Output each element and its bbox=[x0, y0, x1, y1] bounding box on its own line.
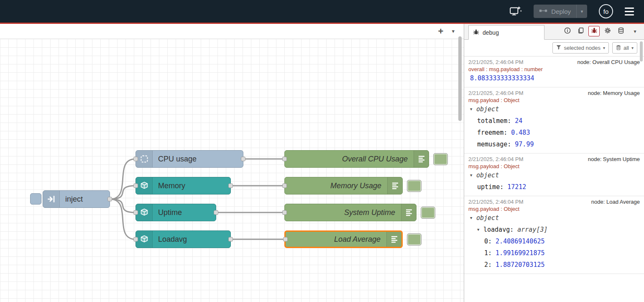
deploy-icon bbox=[539, 8, 547, 15]
node-label: Memory Usage bbox=[285, 182, 387, 190]
debug-enable-toggle[interactable] bbox=[407, 180, 422, 192]
user-avatar[interactable]: fo bbox=[599, 4, 613, 18]
message-source: node: Memory Usage bbox=[588, 90, 640, 96]
node-memory-usage[interactable]: Memory Usage bbox=[284, 177, 403, 195]
message-property-path: msg.payload : Object bbox=[468, 206, 640, 212]
node-system-uptime[interactable]: System Uptime bbox=[284, 204, 417, 221]
output-port[interactable] bbox=[228, 184, 233, 188]
type-hint: object bbox=[476, 212, 499, 224]
expand-caret-icon[interactable]: ▼ bbox=[470, 212, 476, 224]
message-value: 2.40869140625 bbox=[496, 235, 544, 247]
input-port[interactable] bbox=[133, 184, 138, 188]
header: Deploy ▾ fo bbox=[0, 0, 644, 23]
input-port[interactable] bbox=[282, 210, 287, 215]
message-header: 2/21/2025, 2:46:04 PMnode: Overall CPU U… bbox=[468, 59, 640, 65]
database-icon bbox=[618, 27, 624, 35]
debug-message: 2/21/2025, 2:46:04 PMnode: System Uptime… bbox=[464, 154, 644, 196]
trash-icon bbox=[616, 45, 621, 51]
flow-list-chevron-icon[interactable]: ▾ bbox=[451, 28, 455, 35]
clear-label: all bbox=[624, 45, 629, 51]
cpu-chip-icon bbox=[136, 151, 153, 167]
input-port[interactable] bbox=[133, 237, 138, 242]
debug-list-icon bbox=[387, 177, 402, 194]
message-source: node: Overall CPU Usage bbox=[577, 59, 640, 65]
debug-message: 2/21/2025, 2:46:04 PMnode: Memory Usagem… bbox=[464, 87, 644, 154]
deploy-button[interactable]: Deploy bbox=[534, 5, 576, 18]
deploy-options-button[interactable]: ▾ bbox=[576, 5, 587, 18]
tab-debug[interactable]: debug bbox=[468, 25, 544, 40]
info-icon bbox=[564, 27, 571, 35]
node-memory[interactable]: Memory bbox=[135, 177, 231, 195]
debug-toolbar: selected nodes ▾ all ▾ bbox=[464, 40, 644, 56]
context-data-tab-button[interactable] bbox=[615, 26, 626, 36]
node-overall-cpu-usage[interactable]: Overall CPU Usage bbox=[284, 150, 429, 168]
type-hint: object bbox=[476, 169, 499, 181]
message-timestamp: 2/21/2025, 2:46:04 PM bbox=[468, 90, 524, 96]
input-port[interactable] bbox=[282, 157, 287, 161]
node-cpu-usage[interactable]: CPU usage bbox=[135, 150, 243, 168]
object-key: uptime: bbox=[477, 181, 507, 193]
object-key: loadavg: bbox=[483, 224, 517, 235]
message-value: 17212 bbox=[507, 181, 526, 193]
node-inject[interactable]: inject bbox=[43, 190, 110, 208]
debug-enable-toggle[interactable] bbox=[407, 233, 422, 246]
output-port[interactable] bbox=[107, 197, 112, 202]
node-loadavg[interactable]: Loadavg bbox=[135, 230, 231, 248]
type-hint: object bbox=[476, 103, 499, 115]
config-tab-button[interactable] bbox=[602, 26, 613, 36]
input-port[interactable] bbox=[283, 237, 288, 242]
type-hint: array[3] bbox=[517, 224, 547, 235]
message-line: totalmem: 24 bbox=[468, 115, 640, 127]
inject-run-button[interactable] bbox=[30, 193, 41, 205]
inject-icon bbox=[43, 191, 60, 207]
help-tab-button[interactable] bbox=[575, 26, 586, 36]
node-label: CPU usage bbox=[153, 155, 197, 164]
node-label: Uptime bbox=[153, 208, 182, 217]
message-line: 0: 2.40869140625 bbox=[468, 235, 640, 247]
output-port[interactable] bbox=[214, 210, 218, 215]
expand-caret-icon[interactable]: ▼ bbox=[477, 224, 483, 235]
output-port[interactable] bbox=[241, 157, 245, 161]
node-label: Load Average bbox=[286, 235, 386, 244]
message-timestamp: 2/21/2025, 2:46:04 PM bbox=[468, 199, 524, 205]
debug-enable-toggle[interactable] bbox=[421, 207, 435, 219]
message-source: node: System Uptime bbox=[588, 156, 640, 162]
message-value: 24 bbox=[515, 115, 522, 127]
node-load-average[interactable]: Load Average bbox=[284, 230, 403, 248]
gear-icon bbox=[604, 27, 611, 35]
debug-tab-button[interactable] bbox=[588, 26, 600, 36]
message-line: 2: 1.88720703125 bbox=[468, 259, 640, 271]
input-port[interactable] bbox=[282, 184, 287, 188]
message-source: node: Load Average bbox=[591, 199, 640, 205]
assistant-icon bbox=[509, 5, 522, 18]
add-flow-button[interactable]: + bbox=[437, 26, 445, 37]
chevron-down-icon: ▾ bbox=[631, 46, 634, 50]
message-value: 0.483 bbox=[511, 127, 530, 138]
canvas-vertical-scrollbar[interactable] bbox=[458, 36, 462, 121]
deploy-label: Deploy bbox=[551, 8, 571, 15]
filter-nodes-button[interactable]: selected nodes ▾ bbox=[552, 42, 608, 54]
message-line: uptime: 17212 bbox=[468, 181, 640, 193]
message-property-path: msg.payload : Object bbox=[468, 97, 640, 103]
debug-enable-toggle[interactable] bbox=[433, 153, 448, 165]
sidebar-tab-bar: debug bbox=[464, 24, 644, 40]
debug-message-list: 2/21/2025, 2:46:04 PMnode: Overall CPU U… bbox=[464, 56, 644, 302]
node-uptime[interactable]: Uptime bbox=[135, 204, 216, 221]
flow-canvas[interactable]: + ▾ bbox=[0, 24, 464, 302]
sidebar-scrollbar[interactable] bbox=[640, 41, 643, 61]
chevron-down-icon: ▾ bbox=[634, 28, 636, 34]
input-port[interactable] bbox=[133, 157, 138, 161]
expand-caret-icon[interactable]: ▼ bbox=[470, 103, 476, 115]
input-port[interactable] bbox=[133, 210, 138, 215]
assistant-button[interactable] bbox=[509, 5, 522, 18]
docs-icon bbox=[578, 27, 584, 35]
sidebar-menu-button[interactable]: ▾ bbox=[629, 26, 640, 36]
object-key: 0: bbox=[484, 235, 496, 247]
main-menu-button[interactable] bbox=[625, 8, 634, 15]
clear-messages-button[interactable]: all ▾ bbox=[612, 42, 637, 54]
info-tab-button[interactable] bbox=[562, 26, 573, 36]
output-port[interactable] bbox=[228, 237, 233, 242]
debug-list-icon bbox=[401, 204, 416, 221]
expand-caret-icon[interactable]: ▼ bbox=[470, 169, 476, 181]
node-label: inject bbox=[60, 195, 83, 204]
